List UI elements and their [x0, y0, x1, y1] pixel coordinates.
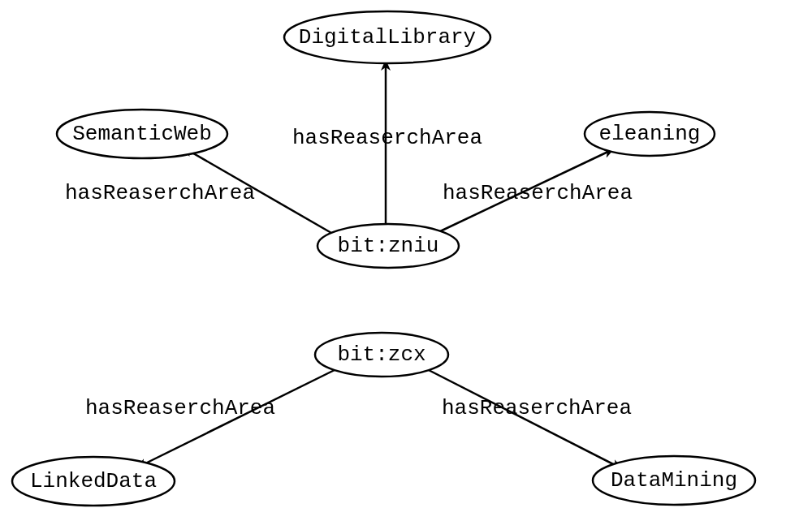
node-label-linked-data: LinkedData	[30, 469, 157, 493]
node-label-bit-zcx: bit:zcx	[337, 342, 425, 367]
edge-label-zcx-datamining: hasReaserchArea	[442, 396, 632, 420]
node-bit-zniu: bit:zniu	[317, 224, 459, 268]
node-label-semantic-web: SemanticWeb	[72, 122, 212, 146]
node-linked-data: LinkedData	[12, 457, 175, 506]
node-label-bit-zniu: bit:zniu	[338, 234, 439, 258]
node-label-digital-library: DigitalLibrary	[299, 25, 476, 50]
node-bit-zcx: bit:zcx	[315, 333, 448, 377]
edge-label-zniu-semantic: hasReaserchArea	[65, 181, 255, 205]
node-digital-library: DigitalLibrary	[284, 11, 490, 63]
edge-label-zniu-digital: hasReaserchArea	[292, 126, 482, 150]
node-label-eleaning: eleaning	[599, 122, 701, 146]
node-eleaning: eleaning	[585, 112, 715, 156]
node-label-data-mining: DataMining	[611, 468, 737, 493]
edge-label-zniu-eleaning: hasReaserchArea	[443, 181, 633, 205]
node-semantic-web: SemanticWeb	[57, 110, 227, 158]
edge-label-zcx-linked: hasReaserchArea	[85, 396, 275, 420]
node-data-mining: DataMining	[593, 456, 755, 505]
